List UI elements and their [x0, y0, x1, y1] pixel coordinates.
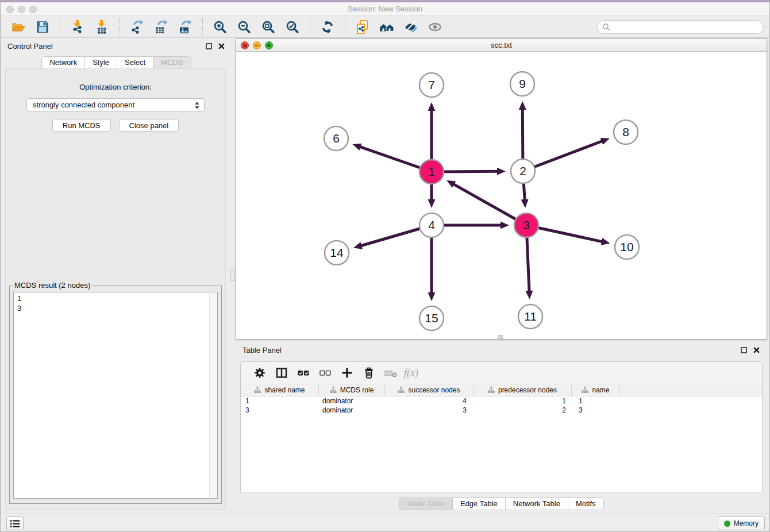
- float-panel-icon[interactable]: [205, 43, 213, 50]
- table-cell[interactable]: 1: [473, 396, 572, 406]
- table-row[interactable]: 3dominator323: [241, 406, 762, 415]
- svg-text:f(x): f(x): [404, 367, 418, 379]
- zoom-fit-icon[interactable]: [259, 18, 278, 36]
- tab-edge-table[interactable]: Edge Table: [452, 498, 506, 510]
- network-close-icon[interactable]: [241, 41, 249, 49]
- graph-edge-arrowhead: [353, 242, 363, 249]
- open-file-icon[interactable]: [9, 18, 28, 36]
- show-columns-icon[interactable]: [271, 364, 292, 382]
- graph-node-label: 2: [519, 164, 526, 178]
- graph-edge-arrowhead: [497, 168, 506, 175]
- tab-motifs[interactable]: Motifs: [568, 498, 604, 510]
- delete-table-icon: [380, 364, 402, 382]
- criterion-dropdown[interactable]: strongly connected component: [26, 98, 205, 111]
- column-header-filler: [620, 384, 762, 396]
- graph-node-label: 9: [519, 77, 526, 90]
- result-scrollbar[interactable]: [209, 293, 217, 498]
- column-header[interactable]: MCDS role: [319, 384, 385, 396]
- network-window-titlebar[interactable]: scc.txt: [236, 39, 767, 52]
- export-network-icon[interactable]: [128, 18, 146, 36]
- table-cell[interactable]: dominator: [319, 396, 385, 406]
- select-all-icon[interactable]: [292, 364, 314, 382]
- search-input[interactable]: [613, 22, 759, 31]
- table-cell[interactable]: dominator: [319, 406, 385, 415]
- run-mcds-button[interactable]: Run MCDS: [52, 119, 111, 132]
- memory-button[interactable]: Memory: [718, 516, 765, 530]
- import-table-icon[interactable]: [93, 18, 111, 36]
- main-toolbar: [1, 16, 769, 38]
- show-hide-details-eye-icon[interactable]: [426, 18, 444, 36]
- deselect-all-icon[interactable]: [314, 364, 336, 382]
- tab-select[interactable]: Select: [117, 56, 153, 69]
- table-cell[interactable]: 2: [473, 406, 572, 415]
- control-panel-tabs: Network Style Select MCDS: [1, 56, 232, 69]
- column-type-icon: [330, 387, 337, 394]
- column-header[interactable]: predecessor nodes: [473, 384, 572, 396]
- network-maximize-icon[interactable]: [265, 41, 273, 49]
- table-cell[interactable]: 3: [241, 406, 319, 415]
- tab-network[interactable]: Network: [41, 56, 85, 69]
- window-zoom-button[interactable]: [29, 6, 37, 13]
- first-neighbors-icon[interactable]: [378, 18, 396, 36]
- task-history-button[interactable]: [6, 516, 24, 530]
- network-window-resize-grip[interactable]: [498, 335, 503, 339]
- tab-node-table[interactable]: Node Table: [399, 498, 453, 510]
- zoom-out-icon[interactable]: [235, 18, 253, 36]
- table-panel-header: Table Panel: [236, 342, 767, 357]
- table-cell[interactable]: 3: [572, 406, 620, 415]
- import-network-icon[interactable]: [68, 18, 87, 36]
- table-cell[interactable]: 3: [385, 406, 473, 415]
- column-header[interactable]: shared name: [241, 384, 319, 396]
- apply-layout-icon[interactable]: [318, 18, 337, 36]
- window-close-button[interactable]: [6, 6, 14, 13]
- column-header[interactable]: successor nodes: [385, 384, 473, 396]
- close-panel-icon[interactable]: [218, 43, 225, 50]
- graph-node-label: 11: [524, 310, 537, 323]
- dropdown-stepper-icon: [194, 101, 200, 110]
- control-panel-title: Control Panel: [7, 42, 200, 51]
- graph-edge[interactable]: [523, 141, 603, 171]
- zoom-in-icon[interactable]: [211, 18, 229, 36]
- network-graph[interactable]: 1234678910111415: [236, 52, 767, 340]
- mcds-result-text[interactable]: 1 3: [14, 293, 209, 498]
- tab-style[interactable]: Style: [84, 56, 117, 69]
- toolbar-separator: [119, 18, 120, 36]
- add-column-icon[interactable]: [336, 364, 358, 382]
- node-table: f(x) shared nameMCDS rolesuccessor nodes…: [240, 361, 763, 492]
- save-session-icon[interactable]: [33, 18, 52, 36]
- table-row[interactable]: 1dominator411: [241, 396, 762, 406]
- close-panel-icon[interactable]: [753, 346, 760, 354]
- hide-graphics-details-icon[interactable]: [402, 18, 420, 36]
- network-minimize-icon[interactable]: [253, 41, 261, 49]
- export-image-icon[interactable]: [176, 18, 194, 36]
- table-cell[interactable]: 1: [572, 396, 620, 406]
- column-header[interactable]: name: [572, 384, 620, 396]
- delete-column-trash-icon[interactable]: [358, 364, 380, 382]
- search-icon: [602, 23, 610, 31]
- graph-edge-arrowhead: [500, 222, 509, 229]
- memory-label: Memory: [734, 519, 759, 527]
- panel-splitter-handle[interactable]: [230, 269, 234, 281]
- table-cell[interactable]: 4: [385, 396, 473, 406]
- memory-status-icon: [724, 521, 730, 527]
- table-mode-gear-icon[interactable]: [249, 364, 271, 382]
- graph-node-label: 4: [428, 218, 435, 232]
- column-type-icon: [488, 387, 495, 394]
- tab-network-table[interactable]: Network Table: [505, 498, 568, 510]
- toolbar-separator: [345, 18, 345, 36]
- zoom-selected-icon[interactable]: [283, 18, 302, 36]
- close-panel-button[interactable]: Close panel: [119, 119, 179, 132]
- table-cell[interactable]: 1: [241, 396, 319, 406]
- tab-mcds[interactable]: MCDS: [153, 56, 191, 69]
- float-panel-icon[interactable]: [740, 346, 748, 354]
- graph-node-label: 14: [330, 246, 344, 259]
- network-window-title: scc.txt: [236, 39, 767, 52]
- clone-network-icon[interactable]: [353, 18, 372, 36]
- export-table-icon[interactable]: [152, 18, 170, 36]
- network-canvas[interactable]: 1234678910111415: [236, 52, 767, 339]
- cytoscape-window: Session: New Session: [0, 0, 770, 532]
- table-panel: Table Panel: [236, 342, 767, 512]
- table-tabs: Node Table Edge Table Network Table Moti…: [236, 498, 767, 510]
- toolbar-separator: [310, 18, 310, 36]
- window-minimize-button[interactable]: [18, 6, 25, 13]
